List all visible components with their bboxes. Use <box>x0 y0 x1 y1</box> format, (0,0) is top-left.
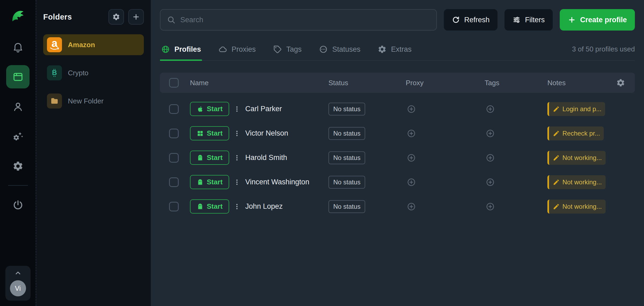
add-tag-button[interactable] <box>486 202 495 211</box>
profile-name[interactable]: Harold Smith <box>245 154 287 162</box>
avatar[interactable]: Vi <box>10 280 26 296</box>
note-badge[interactable]: Not working... <box>547 151 606 165</box>
folders-settings-button[interactable] <box>108 9 124 25</box>
row-menu-button[interactable] <box>233 105 240 114</box>
start-button[interactable]: Start <box>190 102 229 116</box>
row-menu-button[interactable] <box>233 129 240 138</box>
table-settings-button[interactable] <box>616 78 625 87</box>
profile-name[interactable]: Victor Nelson <box>245 129 288 137</box>
start-button[interactable]: Start <box>190 199 229 214</box>
search-icon <box>167 16 175 24</box>
linux-icon <box>196 203 204 210</box>
folder-name: Crypto <box>68 69 89 77</box>
add-proxy-button[interactable] <box>407 105 416 114</box>
tab[interactable]: Profiles <box>160 41 202 60</box>
amazon-icon: a <box>47 37 62 52</box>
tabs: Profiles <box>160 41 572 60</box>
refresh-label: Refresh <box>464 16 490 24</box>
plus-circle-icon <box>486 129 495 138</box>
create-profile-button[interactable]: Create profile <box>560 9 635 31</box>
note-text: Recheck pr... <box>562 130 600 137</box>
profile-name[interactable]: John Lopez <box>245 202 283 211</box>
profile-name[interactable]: Carl Parker <box>245 105 282 113</box>
add-tag-button[interactable] <box>486 105 495 114</box>
row-menu-button[interactable] <box>233 178 240 187</box>
filters-label: Filters <box>525 16 545 24</box>
filters-button[interactable]: Filters <box>504 9 553 31</box>
start-button[interactable]: Start <box>190 126 229 140</box>
add-tag-button[interactable] <box>486 129 495 138</box>
main-content: Refresh Filters Create profile <box>151 0 644 306</box>
start-label: Start <box>207 105 222 113</box>
refresh-button[interactable]: Refresh <box>444 9 498 31</box>
add-folder-button[interactable] <box>128 9 144 25</box>
add-proxy-button[interactable] <box>407 202 416 211</box>
note-badge[interactable]: Not working... <box>547 175 606 189</box>
note-badge[interactable]: Login and p... <box>547 102 605 116</box>
kebab-icon <box>233 202 240 211</box>
gear-icon <box>616 78 625 87</box>
tab-label: Extras <box>391 45 412 54</box>
logout-button[interactable] <box>6 193 30 217</box>
status-badge[interactable]: No status <box>328 151 365 164</box>
profiles-usage: 3 of 50 profiles used <box>572 45 635 60</box>
add-proxy-button[interactable] <box>407 178 416 187</box>
status-badge[interactable]: No status <box>328 200 365 213</box>
row-checkbox[interactable] <box>169 104 179 114</box>
status-badge[interactable]: No status <box>328 176 365 189</box>
tab-label: Tags <box>286 45 302 54</box>
start-label: Start <box>207 178 222 186</box>
row-checkbox[interactable] <box>169 129 179 138</box>
status-badge[interactable]: No status <box>328 127 365 140</box>
linux-icon <box>196 154 204 162</box>
note-text: Not working... <box>562 203 602 210</box>
profile-name[interactable]: Vincent Washington <box>245 178 309 186</box>
folder-item[interactable]: a B <box>43 62 144 83</box>
note-text: Login and p... <box>562 105 601 113</box>
bell-icon <box>12 42 24 53</box>
tab[interactable]: Extras <box>376 41 413 60</box>
automation-button[interactable] <box>6 125 30 148</box>
note-badge[interactable]: Not working... <box>547 200 606 214</box>
tab[interactable]: Statuses <box>318 41 361 60</box>
row-checkbox[interactable] <box>169 177 179 187</box>
team-button[interactable] <box>6 95 30 118</box>
add-proxy-button[interactable] <box>407 153 416 162</box>
plus-circle-icon <box>486 178 495 187</box>
tag-icon <box>273 45 282 54</box>
tab[interactable]: Tags <box>272 41 303 60</box>
status-badge[interactable]: No status <box>328 103 365 115</box>
search-input[interactable] <box>180 16 430 24</box>
table-row: Start Victor Nelson No status <box>160 121 635 145</box>
row-menu-button[interactable] <box>233 153 240 162</box>
start-label: Start <box>207 202 222 211</box>
kebab-icon <box>233 129 240 138</box>
add-tag-button[interactable] <box>486 153 495 162</box>
note-text: Not working... <box>562 178 602 186</box>
start-button[interactable]: Start <box>190 175 229 189</box>
row-menu-button[interactable] <box>233 202 240 211</box>
pencil-icon <box>553 203 560 210</box>
search-box <box>160 9 437 31</box>
browser-profiles-button[interactable] <box>6 65 30 88</box>
table-header: Name Status Proxy Tags Notes <box>160 73 635 93</box>
note-badge[interactable]: Recheck pr... <box>547 126 604 140</box>
notifications-button[interactable] <box>6 35 30 59</box>
filters-icon <box>513 16 521 24</box>
add-proxy-button[interactable] <box>407 129 416 138</box>
app-logo-icon[interactable] <box>10 8 26 24</box>
tab[interactable]: Proxies <box>217 41 257 60</box>
folder-item[interactable]: a B <box>43 91 144 111</box>
select-all-checkbox[interactable] <box>169 78 179 88</box>
row-checkbox[interactable] <box>169 153 179 163</box>
folder-item[interactable]: a B <box>43 34 144 55</box>
collapse-button[interactable] <box>14 269 22 277</box>
row-checkbox[interactable] <box>169 202 179 211</box>
start-button[interactable]: Start <box>190 151 229 165</box>
settings-button[interactable] <box>6 154 30 178</box>
folder-name: New Folder <box>68 97 104 105</box>
chevron-up-icon <box>14 269 22 277</box>
add-tag-button[interactable] <box>486 178 495 187</box>
note-text: Not working... <box>562 154 602 162</box>
column-notes: Notes <box>547 73 616 93</box>
